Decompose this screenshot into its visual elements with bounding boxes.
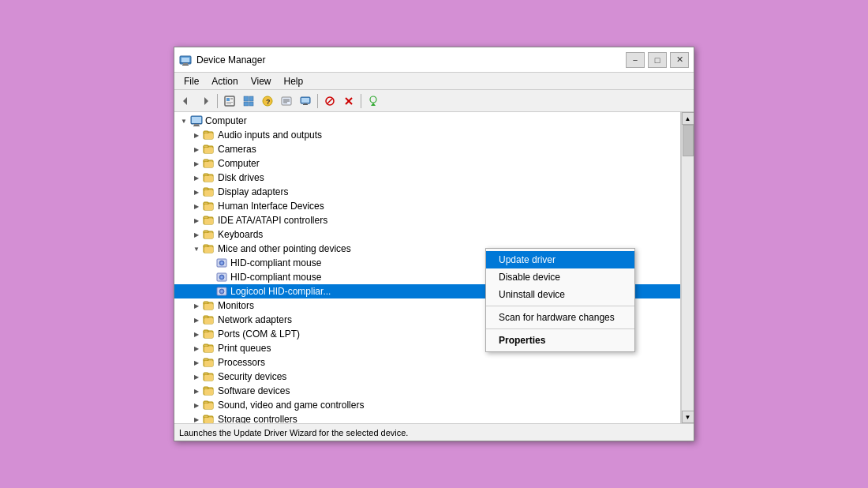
item-icon-mice — [203, 242, 215, 255]
item-icon-disk — [203, 171, 215, 184]
svg-rect-43 — [204, 148, 213, 153]
svg-rect-63 — [204, 245, 208, 247]
tree-item-software[interactable]: ▶ Software devices — [174, 384, 680, 398]
svg-rect-12 — [244, 96, 249, 101]
minimize-button[interactable]: − — [626, 52, 645, 68]
tree-item-security[interactable]: ▶ Security devices — [174, 370, 680, 384]
computer-icon — [300, 96, 311, 107]
item-label-cameras: Cameras — [218, 144, 256, 155]
menu-action[interactable]: Action — [205, 74, 244, 88]
expander-processors[interactable]: ▶ — [190, 356, 203, 369]
view-button[interactable] — [240, 92, 257, 110]
tree-item-keyboards[interactable]: ▶ Keyboards — [174, 227, 680, 242]
scroll-track[interactable] — [682, 125, 694, 411]
expander-audio[interactable]: ▶ — [190, 129, 203, 141]
item-icon-security — [203, 370, 215, 383]
tree-item-storage[interactable]: ▶ Storage controllers — [174, 412, 680, 423]
expander-hid[interactable]: ▶ — [190, 200, 203, 212]
svg-rect-1 — [181, 58, 189, 62]
svg-rect-94 — [204, 389, 213, 395]
svg-rect-52 — [204, 190, 213, 196]
tree-item-ide[interactable]: ▶ IDE ATA/ATAPI controllers — [174, 213, 680, 227]
expander-comp2[interactable]: ▶ — [190, 157, 203, 170]
context-menu-item-disable[interactable]: Disable device — [486, 268, 634, 286]
item-label-ide: IDE ATA/ATAPI controllers — [218, 215, 327, 226]
help-button[interactable]: ? — [259, 92, 276, 110]
item-icon-keyboards — [203, 228, 215, 241]
item-label-display: Display adapters — [218, 186, 288, 197]
item-icon-hid1 — [215, 257, 228, 269]
expander-computer[interactable]: ▼ — [178, 114, 190, 127]
context-menu-item-scan[interactable]: Scan for hardware changes — [486, 309, 634, 326]
expander-storage[interactable]: ▶ — [190, 413, 203, 423]
expander-print[interactable]: ▶ — [190, 342, 203, 355]
tree-item-display[interactable]: ▶ Display adapters — [174, 185, 680, 199]
svg-rect-25 — [304, 103, 307, 104]
menu-help[interactable]: Help — [278, 74, 310, 88]
item-icon-ports — [203, 328, 215, 340]
svg-rect-11 — [226, 103, 231, 104]
tree-item-processors[interactable]: ▶ Processors — [174, 355, 680, 370]
expander-network[interactable]: ▶ — [190, 313, 203, 326]
context-menu-item-properties[interactable]: Properties — [486, 332, 634, 349]
svg-rect-34 — [192, 117, 201, 123]
tree-item-audio[interactable]: ▶ Audio inputs and outputs — [174, 128, 680, 142]
close-button[interactable]: ✕ — [670, 52, 689, 68]
maximize-button[interactable]: □ — [648, 52, 667, 68]
menu-file[interactable]: File — [178, 74, 205, 88]
item-icon-print — [203, 342, 215, 355]
svg-rect-55 — [204, 205, 213, 210]
tree-item-hid[interactable]: ▶ Human Interface Devices — [174, 199, 680, 213]
item-icon-computer — [190, 114, 203, 127]
disable-button[interactable] — [321, 92, 339, 110]
vertical-scrollbar[interactable]: ▲ ▼ — [681, 112, 694, 423]
uninstall-button[interactable] — [340, 92, 357, 110]
scan-button[interactable] — [365, 92, 382, 110]
back-button[interactable] — [178, 92, 195, 110]
svg-rect-10 — [226, 102, 233, 103]
tree-item-computer[interactable]: ▼ Computer — [174, 114, 680, 128]
tree-item-cameras[interactable]: ▶ Cameras — [174, 142, 680, 156]
tree-item-disk[interactable]: ▶ Disk drives — [174, 171, 680, 185]
expander-mice[interactable]: ▼ — [190, 242, 203, 255]
expander-sound[interactable]: ▶ — [190, 399, 203, 411]
svg-rect-3 — [183, 63, 188, 65]
expander-monitors[interactable]: ▶ — [190, 299, 203, 312]
svg-rect-2 — [180, 62, 191, 63]
svg-rect-88 — [204, 361, 213, 366]
scroll-thumb[interactable] — [683, 125, 694, 156]
expander-security[interactable]: ▶ — [190, 370, 203, 383]
expander-cameras[interactable]: ▶ — [190, 143, 203, 156]
show-all-icon — [224, 96, 235, 107]
expander-ide[interactable]: ▶ — [190, 214, 203, 227]
context-menu-item-uninstall[interactable]: Uninstall device — [486, 286, 634, 303]
scroll-down-button[interactable]: ▼ — [682, 411, 694, 423]
svg-rect-26 — [303, 104, 308, 105]
show-all-button[interactable] — [221, 92, 238, 110]
expander-keyboards[interactable]: ▶ — [190, 228, 203, 241]
menu-view[interactable]: View — [245, 74, 278, 88]
item-label-monitors: Monitors — [218, 300, 254, 311]
svg-point-73 — [221, 291, 223, 293]
item-icon-display — [203, 186, 215, 198]
tree-item-comp2[interactable]: ▶ Computer — [174, 156, 680, 171]
title-bar-left: Device Manager — [179, 54, 265, 66]
toolbar-separator-1 — [217, 94, 218, 108]
context-menu-item-update[interactable]: Update driver — [486, 251, 634, 268]
expander-software[interactable]: ▶ — [190, 385, 203, 397]
svg-rect-54 — [204, 202, 208, 205]
svg-rect-46 — [204, 162, 213, 167]
expander-disk[interactable]: ▶ — [190, 171, 203, 184]
computer-button[interactable] — [297, 92, 314, 110]
svg-rect-96 — [204, 401, 208, 404]
svg-rect-58 — [204, 219, 213, 224]
expander-ports[interactable]: ▶ — [190, 328, 203, 340]
scroll-up-button[interactable]: ▲ — [682, 112, 694, 125]
expander-display[interactable]: ▶ — [190, 186, 203, 198]
details-button[interactable] — [278, 92, 295, 110]
item-icon-audio — [203, 129, 215, 141]
forward-button[interactable] — [196, 92, 214, 110]
tree-item-sound[interactable]: ▶ Sound, video and game controllers — [174, 398, 680, 412]
item-label-hid1: HID-compliant mouse — [230, 257, 321, 268]
item-icon-processors — [203, 356, 215, 369]
